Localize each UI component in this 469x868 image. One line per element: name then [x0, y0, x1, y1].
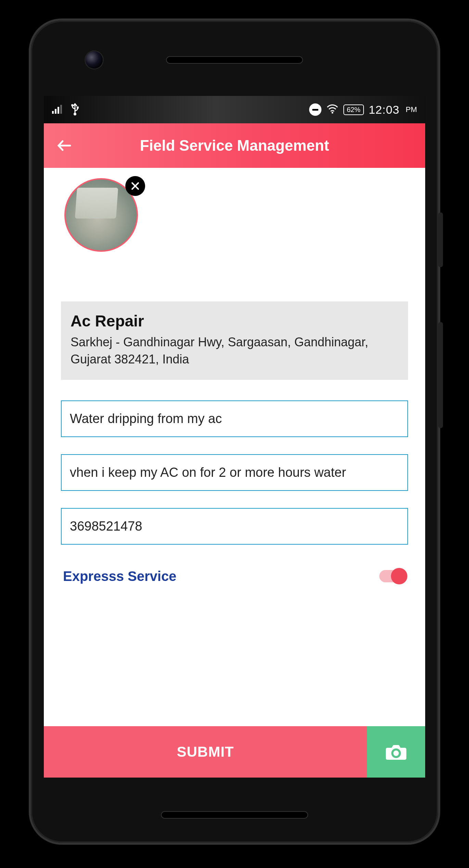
service-title: Ac Repair: [71, 312, 398, 330]
express-service-toggle[interactable]: [379, 570, 406, 582]
close-icon: [130, 181, 140, 191]
phone-frame: 62% 12:03 PM Field Service Management Ac…: [31, 21, 438, 843]
app-bar: Field Service Management: [44, 123, 425, 168]
phone-bottom-speaker: [161, 811, 308, 819]
svg-rect-5: [77, 107, 79, 109]
toggle-knob: [391, 568, 407, 584]
svg-rect-0: [52, 111, 54, 114]
phone-front-camera: [86, 51, 103, 69]
back-button[interactable]: [54, 135, 75, 156]
svg-point-7: [331, 112, 333, 114]
status-time: 12:03: [369, 103, 400, 116]
subject-input[interactable]: Water dripping from my ac: [61, 400, 408, 437]
svg-point-4: [71, 104, 73, 106]
submit-button[interactable]: SUBMIT: [44, 726, 367, 778]
bottom-action-bar: SUBMIT: [44, 726, 425, 778]
app-title: Field Service Management: [44, 137, 425, 154]
battery-percent: 62%: [347, 106, 360, 114]
battery-icon: 62%: [343, 104, 364, 115]
express-service-row: Expresss Service: [61, 569, 408, 591]
wifi-icon: [326, 104, 339, 115]
svg-rect-3: [60, 105, 62, 114]
attachment-photo[interactable]: [64, 178, 143, 257]
svg-rect-1: [55, 109, 56, 114]
svg-rect-2: [58, 107, 59, 114]
status-time-ampm: PM: [406, 105, 417, 114]
signal-icon: [52, 104, 64, 115]
service-address: Sarkhej - Gandhinagar Hwy, Sargaasan, Ga…: [71, 334, 398, 368]
express-service-label: Expresss Service: [63, 569, 176, 584]
description-input[interactable]: vhen i keep my AC on for 2 or more hours…: [61, 454, 408, 491]
status-bar: 62% 12:03 PM: [44, 96, 425, 123]
screen: 62% 12:03 PM Field Service Management Ac…: [44, 96, 425, 778]
phone-earpiece: [166, 56, 303, 64]
service-info-card: Ac Repair Sarkhej - Gandhinagar Hwy, Sar…: [61, 301, 408, 380]
dnd-icon: [309, 103, 321, 116]
phone-input[interactable]: 3698521478: [61, 508, 408, 545]
phone-side-button: [438, 322, 443, 428]
phone-side-button: [438, 212, 443, 267]
usb-icon: [70, 102, 80, 117]
camera-icon: [384, 742, 408, 762]
content-area: Ac Repair Sarkhej - Gandhinagar Hwy, Sar…: [44, 178, 425, 591]
svg-point-6: [74, 113, 76, 115]
arrow-back-icon: [56, 137, 73, 154]
camera-button[interactable]: [367, 726, 425, 778]
remove-photo-button[interactable]: [125, 176, 145, 196]
